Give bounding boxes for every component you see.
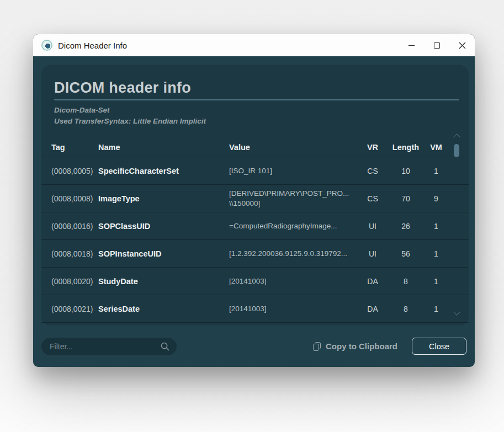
subtitle-line2: Used TransferSyntax: Little Endian Impli… [54,116,206,127]
minimize-button[interactable] [399,34,424,56]
table-row[interactable]: (0008,0008) ImageType [DERIVED\PRIMARY\P… [41,185,469,212]
table-scrollbar[interactable] [453,135,460,316]
col-header-length: Length [389,143,422,152]
filter-input[interactable] [41,338,177,355]
table-row[interactable]: (0008,0020) StudyDate [20141003] DA 8 1 [41,268,469,295]
page-title: DICOM header info [54,79,191,97]
col-header-name: Name [98,143,229,152]
dialog-footer: Copy to Clipboard Close [33,326,475,367]
table-header-row: Tag Name Value VR Length VM [41,138,469,157]
table-row[interactable]: (0008,0016) SOPClassUID =ComputedRadiogr… [41,212,469,240]
col-header-value: Value [229,142,356,152]
col-header-vm: VM [422,143,450,152]
subtitle-line1: Dicom-Data-Set [54,105,206,116]
close-icon [459,42,466,49]
filter-field-wrap [41,338,177,355]
maximize-icon [434,42,440,49]
maximize-button[interactable] [424,34,449,56]
dataset-subtitle: Dicom-Data-Set Used TransferSyntax: Litt… [54,105,206,126]
close-window-button[interactable] [449,34,475,56]
heading-divider [54,99,459,100]
window-title: Dicom Header Info [58,41,127,50]
scroll-down-icon[interactable] [453,308,460,316]
dicom-header-info-window: Dicom Header Info DICOM header info Dico… [33,34,475,367]
col-header-vr: VR [356,143,389,152]
table-row[interactable]: (0008,0005) SpecificCharacterSet [ISO_IR… [41,157,469,185]
close-button[interactable]: Close [412,338,466,355]
search-icon [161,342,169,351]
col-header-tag: Tag [51,143,98,152]
titlebar[interactable]: Dicom Header Info [33,34,475,56]
minimize-icon [408,45,415,46]
copy-to-clipboard-label: Copy to Clipboard [326,342,397,351]
app-icon [41,40,52,51]
dicom-tags-table: Tag Name Value VR Length VM (0008,0005) … [41,138,469,323]
copy-icon [313,342,321,351]
table-row[interactable]: (0008,0021) SeriesDate [20141003] DA 8 1 [41,295,469,323]
content-panel: DICOM header info Dicom-Data-Set Used Tr… [41,65,469,326]
scrollbar-thumb[interactable] [454,144,459,157]
scroll-up-icon[interactable] [453,134,460,141]
copy-to-clipboard-button[interactable]: Copy to Clipboard [313,342,397,351]
table-row[interactable]: (0008,0018) SOPInstanceUID [1.2.392.2000… [41,240,469,268]
